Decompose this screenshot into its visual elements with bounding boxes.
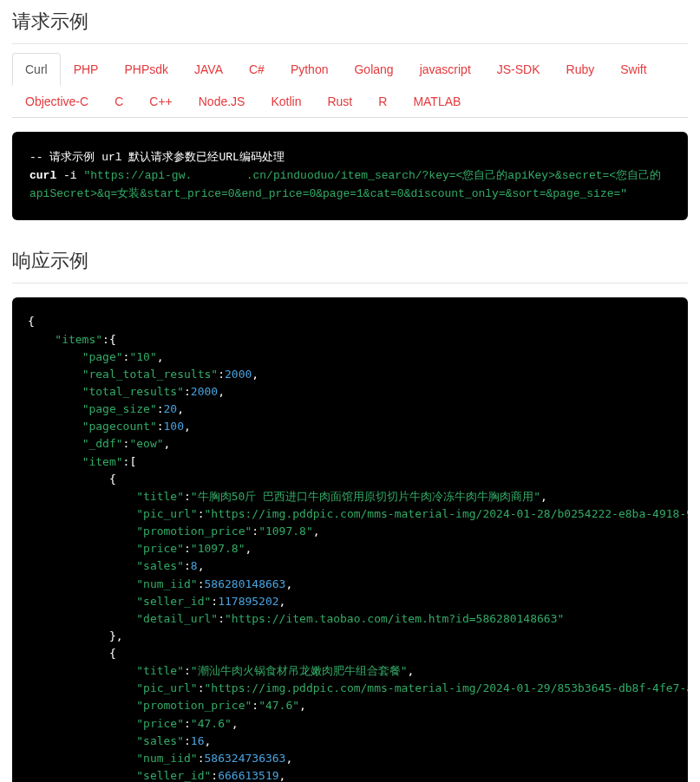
curl-url-redacted: xxxxxxxx [192, 169, 245, 182]
tab-matlab[interactable]: MATLAB [400, 85, 474, 118]
tab-golang[interactable]: Golang [341, 53, 406, 86]
curl-comment: -- 请求示例 url 默认请求参数已经URL编码处理 [29, 151, 285, 164]
tab-node-js[interactable]: Node.JS [186, 85, 258, 118]
tab-js-sdk[interactable]: JS-SDK [484, 53, 553, 86]
response-json-block: { "items":{ "page":"10", "real_total_res… [12, 297, 688, 782]
tab-c-[interactable]: C# [236, 53, 278, 86]
tab-objective-c[interactable]: Objective-C [12, 85, 101, 118]
tab-ruby[interactable]: Ruby [553, 53, 608, 86]
tab-python[interactable]: Python [278, 53, 342, 86]
tab-php[interactable]: PHP [61, 53, 112, 86]
response-json-pre: { "items":{ "page":"10", "real_total_res… [28, 313, 672, 782]
tab-c[interactable]: C [101, 85, 136, 118]
tab-r[interactable]: R [365, 85, 400, 118]
request-heading: 请求示例 [12, 9, 688, 44]
curl-cmd: curl [29, 169, 56, 182]
tab-rust[interactable]: Rust [314, 85, 365, 118]
tab-kotlin[interactable]: Kotlin [258, 85, 314, 118]
tab-swift[interactable]: Swift [607, 53, 659, 86]
language-tabs: CurlPHPPHPsdkJAVAC#PythonGolangjavascrip… [12, 53, 688, 118]
tab-phpsdk[interactable]: PHPsdk [111, 53, 181, 86]
curl-url-prefix: "https://api-gw. [83, 169, 192, 182]
tab-javascript[interactable]: javascript [407, 53, 484, 86]
tab-java[interactable]: JAVA [181, 53, 236, 86]
tab-curl[interactable]: Curl [12, 53, 61, 86]
curl-flag: -i [63, 169, 77, 182]
tab-c-[interactable]: C++ [136, 85, 185, 118]
curl-code-block: -- 请求示例 url 默认请求参数已经URL编码处理 curl -i "htt… [12, 132, 688, 220]
response-section: 响应示例 { "items":{ "page":"10", "real_tota… [0, 239, 700, 782]
response-heading: 响应示例 [12, 248, 688, 283]
request-section: 请求示例 CurlPHPPHPsdkJAVAC#PythonGolangjava… [0, 0, 700, 220]
